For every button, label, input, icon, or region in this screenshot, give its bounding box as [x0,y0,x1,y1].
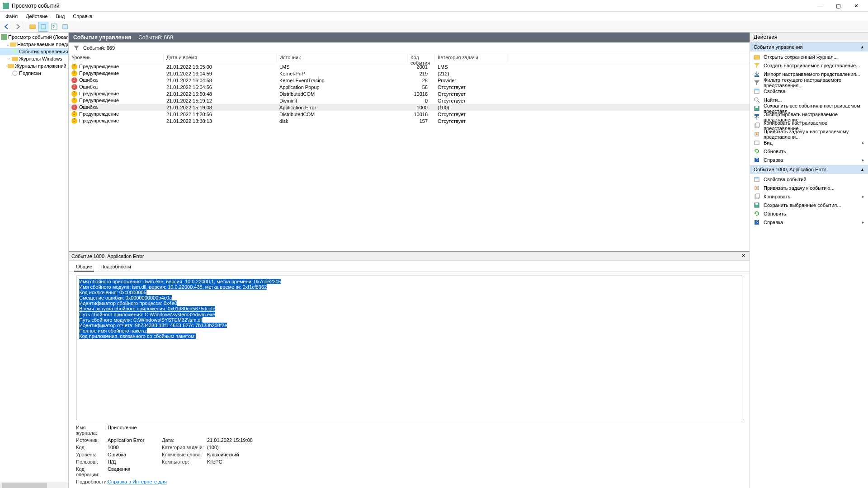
props-icon [754,176,760,183]
action-item[interactable]: ?Справка▸ [750,155,868,164]
tree-root[interactable]: Просмотр событий (Локальны [0,33,68,41]
table-row[interactable]: Предупреждение21.01.2022 13:38:13disk157… [69,117,750,124]
col-level[interactable]: Уровень [69,53,164,63]
table-row[interactable]: Предупреждение21.01.2022 14:20:56Distrib… [69,111,750,117]
menu-action[interactable]: Действие [22,13,51,20]
menu-help[interactable]: Справка [69,13,96,20]
table-row[interactable]: Предупреждение21.01.2022 16:04:59Kernel-… [69,70,750,77]
action-item[interactable]: Обновить [750,147,868,155]
svg-rect-13 [755,89,759,90]
meta-log: Приложение [108,425,162,436]
table-row[interactable]: Ошибка21.01.2022 16:04:56Application Pop… [69,84,750,90]
action-item[interactable]: Фильтр текущего настраиваемого представл… [750,78,868,87]
detail-tabs: Общие Подробности [69,261,750,272]
app-icon [3,3,9,9]
import-icon [754,71,760,77]
col-date[interactable]: Дата и время [164,53,277,63]
svg-point-9 [13,71,17,75]
svg-rect-16 [755,106,758,108]
action-label: Обновить [764,149,786,154]
action-item[interactable]: Вид▸ [750,138,868,147]
action-item[interactable]: ?Справка▸ [750,218,868,226]
action-item[interactable]: Обновить [750,209,868,218]
action-label: Свойства событий [764,177,807,182]
svg-text:?: ? [52,24,55,29]
action-item[interactable]: Открыть сохраненный журнал... [750,52,868,61]
find-icon [754,97,760,103]
tree-custom-views[interactable]: ⌄ Настраиваемые представле [0,41,68,48]
tree-admin-events[interactable]: События управления [0,48,68,55]
tree-windows-logs[interactable]: › Журналы Windows [0,55,68,62]
collapse-icon: ▲ [860,45,864,49]
folder-icon [12,56,18,62]
error-icon [71,104,77,110]
close-button[interactable]: ✕ [847,0,865,12]
table-row[interactable]: Предупреждение21.01.2022 16:05:00LMS2001… [69,63,750,70]
col-task[interactable]: Категория задачи [435,53,507,63]
warning-icon [71,118,77,124]
subscription-icon [12,70,18,76]
svg-rect-22 [755,141,759,145]
save-icon [754,202,760,208]
detail-close-button[interactable]: ✕ [741,253,748,259]
meta-details-label: Подробности: [76,479,108,484]
tree-subscriptions[interactable]: Подписки [0,70,68,77]
tab-general[interactable]: Общие [74,263,94,272]
warning-icon [71,91,77,97]
svg-rect-5 [1,34,7,40]
toolbar-btn-1[interactable] [28,22,38,32]
toolbar-btn-3[interactable]: ? [49,22,59,32]
window-title: Просмотр событий [12,3,811,9]
action-item[interactable]: Свойства событий [750,175,868,183]
submenu-arrow-icon: ▸ [862,158,864,162]
maximize-button[interactable]: ▢ [829,0,847,12]
action-item[interactable]: Сохранить выбранные события... [750,201,868,209]
actions-section-2-list: Свойства событийПривязать задачу к событ… [750,174,868,227]
forward-button[interactable] [13,22,23,32]
grid-body[interactable]: Предупреждение21.01.2022 16:05:00LMS2001… [69,63,750,141]
svg-text:?: ? [756,158,759,163]
back-button[interactable] [2,22,12,32]
actions-section-1-head[interactable]: События управления ▲ [750,42,868,52]
actions-section-2-head[interactable]: Событие 1000, Application Error ▲ [750,165,868,174]
tree-app-logs[interactable]: › Журналы приложений и сл [0,62,68,70]
action-item[interactable]: Привязать задачу к событию... [750,183,868,192]
table-row[interactable]: Предупреждение21.01.2022 15:50:48Distrib… [69,90,750,97]
table-row[interactable]: Ошибка21.01.2022 15:19:08Application Err… [69,104,750,111]
meta-keywords-label: Ключевые слова: [162,452,207,457]
action-label: Свойства [764,89,785,94]
action-item[interactable]: Создать настраиваемое представление... [750,61,868,70]
tree-item-label: Настраиваемые представле [17,42,69,47]
description-box[interactable]: Имя сбойного приложения: dwm.exe, версия… [76,276,742,420]
table-row[interactable]: Ошибка21.01.2022 16:04:58Kernel-EventTra… [69,77,750,84]
col-source[interactable]: Источник [277,53,408,63]
action-item[interactable]: Свойства [750,87,868,95]
svg-rect-19 [756,123,760,127]
meta-task: (100) [207,445,297,450]
expander-icon[interactable]: › [6,56,12,61]
table-row[interactable]: Предупреждение21.01.2022 15:19:12Dwminit… [69,97,750,104]
meta-opcode-label: Код операции: [76,466,108,477]
svg-rect-10 [754,56,760,59]
section-1-title: События управления [754,44,802,50]
action-item[interactable]: Копировать▸ [750,192,868,201]
meta-date: 21.01.2022 15:19:08 [207,437,297,443]
tab-details[interactable]: Подробности [99,263,133,272]
tree-hscrollbar[interactable] [0,482,68,488]
minimize-button[interactable]: — [811,0,829,12]
error-icon [71,84,77,90]
action-item[interactable]: Привязать задачу к настраиваемому предст… [750,130,868,138]
expander-icon[interactable]: ⌄ [6,42,10,47]
action-label: Справка [764,220,783,225]
toolbar-btn-2[interactable] [38,22,48,32]
menu-file[interactable]: Файл [2,13,21,20]
col-code[interactable]: Код события [408,53,435,63]
menu-view[interactable]: Вид [52,13,68,20]
tree-pane: Просмотр событий (Локальны ⌄ Настраиваем… [0,33,69,488]
meta-code-label: Код [76,445,108,450]
center-title: События управления [73,34,131,41]
svg-point-28 [756,187,758,189]
online-help-link[interactable]: Справка в Интернете для [108,479,167,484]
attach-icon [754,185,760,191]
toolbar-btn-4[interactable] [60,22,70,32]
